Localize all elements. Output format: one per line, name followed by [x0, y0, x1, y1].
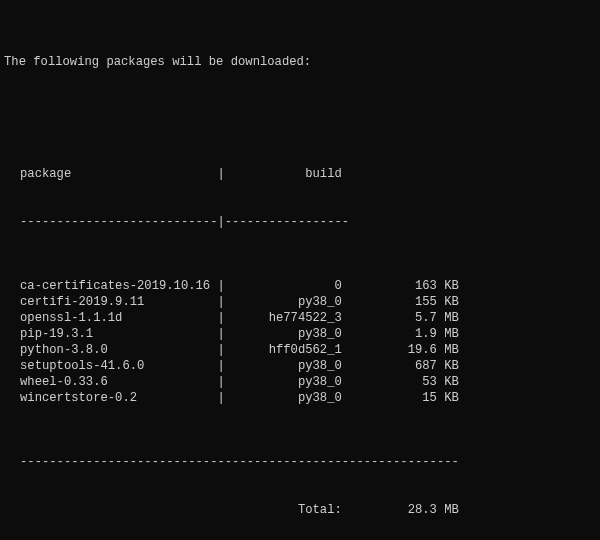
download-row: wheel-0.33.6 | py38_0 53 KB	[2, 374, 598, 390]
download-row: setuptools-41.6.0 | py38_0 687 KB	[2, 358, 598, 374]
download-total-row: Total: 28.3 MB	[2, 502, 598, 518]
download-row: wincertstore-0.2 | py38_0 15 KB	[2, 390, 598, 406]
download-table-header: package | build	[2, 166, 598, 182]
download-row: openssl-1.1.1d | he774522_3 5.7 MB	[2, 310, 598, 326]
download-row: certifi-2019.9.11 | py38_0 155 KB	[2, 294, 598, 310]
download-header: The following packages will be downloade…	[2, 54, 598, 70]
download-row: ca-certificates-2019.10.16 | 0 163 KB	[2, 278, 598, 294]
download-table-divider-bottom: ----------------------------------------…	[2, 454, 598, 470]
terminal-output: The following packages will be downloade…	[0, 0, 600, 540]
download-row: python-3.8.0 | hff0d562_1 19.6 MB	[2, 342, 598, 358]
download-table-divider-top: ---------------------------|------------…	[2, 214, 598, 230]
download-row: pip-19.3.1 | py38_0 1.9 MB	[2, 326, 598, 342]
